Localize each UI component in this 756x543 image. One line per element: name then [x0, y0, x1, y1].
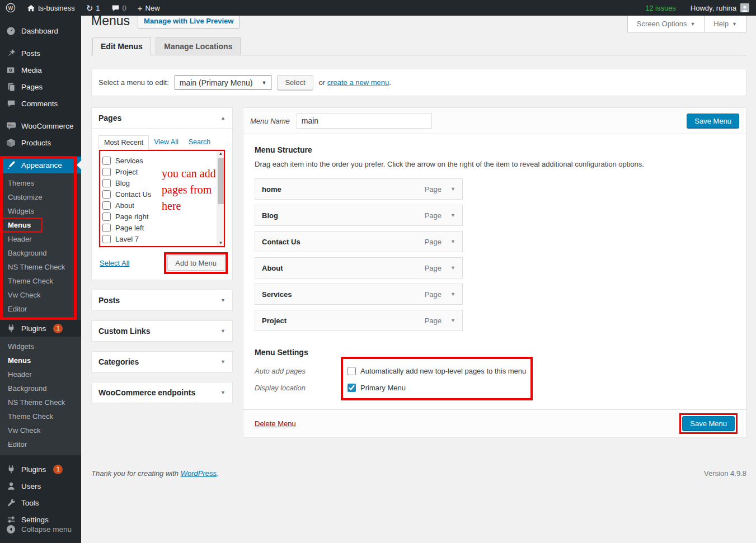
- pages-postbox-header[interactable]: Pages ▲: [92, 108, 232, 128]
- submenu2-ns-theme-check[interactable]: NS Theme Check: [0, 395, 81, 409]
- primary-menu-checkbox[interactable]: [348, 384, 356, 392]
- page-checkbox-page-left[interactable]: Page left: [102, 222, 216, 233]
- posts-postbox-header[interactable]: Posts ▼: [92, 290, 232, 310]
- sidebar-item-plugins-2[interactable]: Plugins 1: [0, 461, 81, 478]
- auto-add-pages-checkbox[interactable]: [348, 367, 356, 375]
- tab-edit-menus[interactable]: Edit Menus: [92, 37, 151, 55]
- sidebar-item-users[interactable]: Users: [0, 478, 81, 494]
- checkbox[interactable]: [102, 190, 111, 199]
- categories-postbox-header[interactable]: Categories ▼: [92, 352, 232, 372]
- submenu2-vw-check[interactable]: Vw Check: [0, 423, 81, 437]
- submenu2-background[interactable]: Background: [0, 381, 81, 395]
- item-expand-icon[interactable]: ▼: [450, 239, 456, 244]
- issues-link[interactable]: 12 issues: [637, 4, 684, 12]
- menu-name-input[interactable]: [297, 113, 432, 129]
- item-expand-icon[interactable]: ▼: [450, 213, 456, 218]
- manage-live-preview-button[interactable]: Manage with Live Preview: [138, 13, 240, 29]
- wordpress-logo-icon[interactable]: W: [0, 0, 21, 16]
- item-expand-icon[interactable]: ▼: [450, 265, 456, 271]
- select-all-link[interactable]: Select All: [100, 259, 129, 267]
- item-expand-icon[interactable]: ▼: [450, 291, 456, 297]
- select-button[interactable]: Select: [277, 75, 313, 90]
- account-menu[interactable]: Howdy, ruhina: [684, 3, 756, 12]
- checkbox[interactable]: [102, 201, 111, 210]
- menu-item-project[interactable]: Project Page▼: [255, 310, 463, 331]
- submenu2-widgets[interactable]: Widgets: [0, 339, 81, 353]
- item-expand-icon[interactable]: ▼: [450, 186, 456, 192]
- menu-editor-column: Menu Name Save Menu Menu Structure Drag …: [243, 107, 746, 438]
- updates-menu[interactable]: ↻ 1: [81, 0, 106, 16]
- menu-item-services[interactable]: Services Page▼: [255, 284, 463, 305]
- pages-icon: [6, 82, 16, 91]
- menu-item-blog[interactable]: Blog Page▼: [255, 205, 463, 226]
- submenu-header[interactable]: Header: [0, 232, 81, 246]
- menu-item-contact-us[interactable]: Contact Us Page▼: [255, 231, 463, 252]
- page-checkbox-lavel-7[interactable]: Lavel 7: [102, 233, 216, 244]
- checkbox[interactable]: [102, 235, 111, 243]
- submenu2-header[interactable]: Header: [0, 367, 81, 381]
- sidebar-item-posts[interactable]: Posts: [0, 45, 81, 62]
- submenu-themes[interactable]: Themes: [0, 176, 81, 190]
- comments-menu[interactable]: 0: [106, 0, 132, 16]
- primary-menu-checkbox-row[interactable]: Primary Menu: [348, 379, 526, 396]
- checkbox[interactable]: [102, 213, 111, 221]
- sidebar-item-products[interactable]: Products: [0, 134, 81, 151]
- tab-most-recent[interactable]: Most Recent: [98, 135, 149, 150]
- scroll-up-icon[interactable]: ▲: [219, 150, 223, 158]
- new-content-menu[interactable]: + New: [132, 0, 166, 16]
- custom-links-postbox-header[interactable]: Custom Links ▼: [92, 321, 232, 341]
- update-count: 1: [96, 4, 100, 12]
- plus-icon: +: [138, 4, 143, 12]
- checkbox[interactable]: [102, 157, 111, 165]
- help-button[interactable]: Help ▼: [704, 16, 746, 32]
- menu-select[interactable]: main (Primary Menu) ▼: [175, 75, 272, 90]
- menu-item-about[interactable]: About Page▼: [255, 257, 463, 278]
- checkbox[interactable]: [102, 179, 111, 187]
- wordpress-link[interactable]: WordPress: [181, 469, 217, 478]
- sidebar-item-tools[interactable]: Tools: [0, 494, 81, 511]
- page-checkbox-services[interactable]: Services: [102, 155, 216, 166]
- item-expand-icon[interactable]: ▼: [450, 318, 456, 323]
- sidebar-item-appearance[interactable]: Appearance: [0, 157, 81, 173]
- checkbox[interactable]: [102, 224, 111, 232]
- save-menu-button-bottom[interactable]: Save Menu: [682, 416, 735, 431]
- delete-menu-link[interactable]: Delete Menu: [255, 419, 296, 428]
- annotation-box-appearance: Appearance Themes Customize Widgets Menu…: [0, 157, 81, 320]
- site-name: ts-business: [38, 4, 75, 12]
- submenu2-menus[interactable]: Menus: [0, 353, 81, 367]
- auto-add-pages-checkbox-row[interactable]: Automatically add new top-level pages to…: [348, 362, 526, 379]
- submenu2-editor[interactable]: Editor: [0, 437, 81, 451]
- checkbox[interactable]: [102, 168, 111, 176]
- submenu-background[interactable]: Background: [0, 246, 81, 260]
- sidebar-item-plugins[interactable]: Plugins 1: [0, 320, 81, 337]
- submenu-customize[interactable]: Customize: [0, 190, 81, 204]
- sidebar-item-media[interactable]: Media: [0, 62, 81, 78]
- tab-view-all[interactable]: View All: [149, 135, 184, 149]
- create-new-menu-link[interactable]: create a new menu: [327, 78, 389, 87]
- sidebar-item-comments[interactable]: Comments: [0, 95, 81, 112]
- pages-tabs: Most Recent View All Search: [98, 135, 226, 149]
- site-name-menu[interactable]: ts-business: [21, 0, 81, 16]
- pin-icon: [6, 49, 16, 58]
- menu-structure-title: Menu Structure: [255, 145, 735, 154]
- sidebar-item-woocommerce[interactable]: Woo WooCommerce: [0, 117, 81, 134]
- tab-search[interactable]: Search: [184, 135, 216, 149]
- menu-item-home[interactable]: home Page▼: [255, 178, 463, 200]
- submenu-theme-check[interactable]: Theme Check: [0, 274, 81, 288]
- scroll-down-icon[interactable]: ▼: [219, 239, 223, 247]
- submenu-editor[interactable]: Editor: [0, 302, 81, 316]
- sidebar-item-dashboard[interactable]: Dashboard: [0, 22, 81, 39]
- submenu-ns-theme-check[interactable]: NS Theme Check: [0, 260, 81, 274]
- sidebar-item-pages[interactable]: Pages: [0, 78, 81, 95]
- add-to-menu-button[interactable]: Add to Menu: [167, 256, 224, 271]
- tab-manage-locations[interactable]: Manage Locations: [156, 37, 241, 55]
- save-menu-button-top[interactable]: Save Menu: [687, 114, 739, 129]
- submenu-widgets[interactable]: Widgets: [0, 204, 81, 218]
- wrench-icon: [6, 498, 16, 507]
- collapse-menu-button[interactable]: Collapse menu: [0, 521, 81, 537]
- submenu2-theme-check[interactable]: Theme Check: [0, 409, 81, 423]
- screen-options-button[interactable]: Screen Options ▼: [627, 16, 705, 32]
- woocommerce-endpoints-postbox-header[interactable]: WooCommerce endpoints ▼: [92, 383, 232, 403]
- submenu-menus[interactable]: Menus: [0, 218, 81, 232]
- submenu-vw-check[interactable]: Vw Check: [0, 288, 81, 302]
